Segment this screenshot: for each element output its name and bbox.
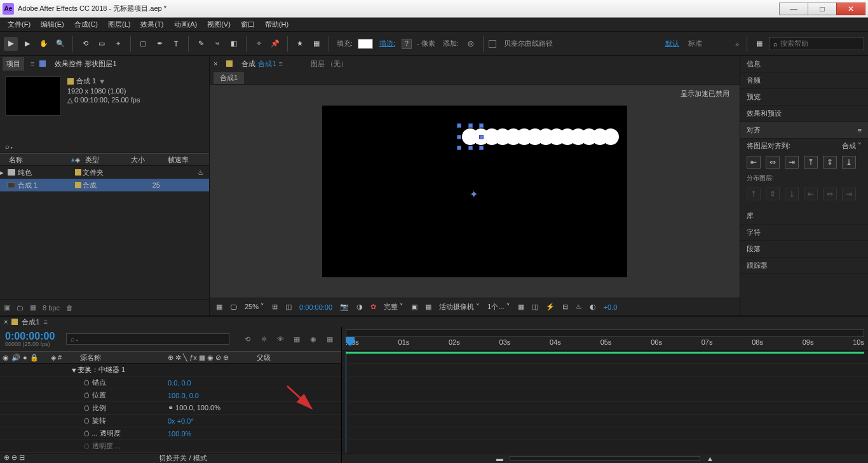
parent-header[interactable]: 父级: [254, 353, 305, 363]
comp-subtab[interactable]: 合成1: [214, 72, 244, 84]
camera-tool-icon[interactable]: ▭: [95, 37, 109, 51]
roto-tool-icon[interactable]: ✧: [252, 37, 266, 51]
tab-project[interactable]: 项目: [3, 57, 24, 71]
home-tool-icon[interactable]: ⯈: [4, 37, 18, 51]
snapshot-icon[interactable]: 📷: [340, 303, 349, 311]
pixel-aspect-icon[interactable]: ◫: [532, 303, 538, 311]
menu-view[interactable]: 视图(V): [202, 20, 236, 29]
text-tool-icon[interactable]: T: [169, 37, 183, 51]
menu-composition[interactable]: 合成(C): [69, 20, 103, 29]
align-left-icon[interactable]: ⇤: [747, 156, 761, 169]
interpret-icon[interactable]: ▣: [4, 303, 10, 312]
menu-edit[interactable]: 编辑(E): [36, 20, 69, 29]
tab-menu-icon[interactable]: ≡: [31, 60, 34, 67]
switches-header[interactable]: ⊕ ✲ ╲ ƒx ▦ ◉ ⊘ ⊕: [168, 354, 229, 361]
resolution-dropdown[interactable]: 完整 ˅: [384, 302, 403, 312]
graph-editor-icon[interactable]: ▦: [323, 333, 336, 345]
menu-help[interactable]: 帮助(H): [260, 20, 294, 29]
shape-tool-icon[interactable]: ▢: [136, 37, 150, 51]
pan-behind-tool-icon[interactable]: ⌖: [111, 37, 125, 51]
anchor-value[interactable]: 0.0, 0.0: [165, 379, 254, 387]
scale-value[interactable]: ⚭ 100.0, 100.0%: [165, 404, 254, 412]
menu-window[interactable]: 窗口: [236, 20, 260, 29]
stopwatch-icon[interactable]: Ö: [84, 392, 90, 399]
zoom-out-icon[interactable]: ▬: [496, 455, 503, 462]
workspace-more-icon[interactable]: »: [733, 40, 742, 48]
toggle-shy-icon[interactable]: ⊕ ⊖ ⊟: [0, 453, 25, 462]
panel-align[interactable]: 对齐≡: [740, 122, 868, 139]
fill-swatch[interactable]: [358, 39, 373, 49]
source-name-header[interactable]: 源名称: [78, 353, 165, 363]
stopwatch-icon[interactable]: Ö: [84, 379, 90, 387]
close-button[interactable]: ✕: [836, 3, 865, 15]
display-icon[interactable]: 🖵: [230, 303, 237, 311]
eraser-tool-icon[interactable]: ◧: [227, 37, 241, 51]
motion-blur-icon[interactable]: ◉: [307, 333, 320, 345]
bpc-label[interactable]: 8 bpc: [43, 304, 60, 312]
menu-animation[interactable]: 动画(A): [169, 20, 203, 29]
header-fps[interactable]: 帧速率: [165, 155, 200, 165]
comp-tab-name[interactable]: 合成1: [258, 59, 276, 69]
opacity-value[interactable]: 100.0%: [165, 430, 254, 438]
label-chip[interactable]: [75, 182, 81, 188]
panel-effects-presets[interactable]: 效果和预设: [740, 106, 868, 122]
lock-col-icon[interactable]: 🔒: [30, 354, 39, 362]
property-row-position[interactable]: Ö位置 100.0, 0.0: [0, 389, 341, 402]
grid-icon[interactable]: ▦: [309, 37, 323, 51]
fast-preview-icon[interactable]: ⚡: [546, 303, 555, 311]
pen-tool-icon[interactable]: ✒: [153, 37, 166, 51]
zoom-tool-icon[interactable]: 🔍: [53, 37, 67, 51]
res-icon[interactable]: ⊞: [272, 303, 278, 311]
time-ruler[interactable]: :00s01s02s 03s04s05s 06s07s08s 09s10s: [342, 327, 868, 351]
project-search-input[interactable]: [17, 142, 204, 150]
tab-effect-controls[interactable]: 效果控件 形状图层1: [51, 57, 120, 71]
view-layout-icon[interactable]: ▦: [518, 303, 524, 311]
align-right-icon[interactable]: ⇥: [785, 156, 799, 169]
position-value[interactable]: 100.0, 0.0: [165, 392, 254, 399]
header-type[interactable]: 类型: [83, 155, 128, 165]
transparency-icon[interactable]: ▦: [425, 303, 431, 311]
brush-tool-icon[interactable]: ✎: [194, 37, 208, 51]
property-row-rotation[interactable]: Ö旋转 0x +0.0°: [0, 415, 341, 427]
property-row-start-opacity[interactable]: Ö... 透明度 100.0%: [0, 427, 341, 440]
close-tab-icon[interactable]: ×: [214, 60, 217, 67]
minimize-button[interactable]: —: [779, 3, 808, 15]
stopwatch-icon[interactable]: Ö: [84, 443, 90, 450]
help-search[interactable]: ⌕ 搜索帮助: [769, 37, 864, 50]
panel-audio[interactable]: 音频: [740, 73, 868, 89]
stopwatch-icon[interactable]: Ö: [84, 417, 90, 425]
timeline-tab[interactable]: 合成1: [22, 317, 39, 327]
panel-preview[interactable]: 预览: [740, 89, 868, 106]
stroke-label[interactable]: 描边:: [379, 39, 395, 48]
maximize-button[interactable]: □: [808, 3, 837, 15]
stopwatch-icon[interactable]: Ö: [84, 430, 90, 438]
new-folder-icon[interactable]: 🗀: [17, 304, 24, 312]
flowchart-icon[interactable]: ♨: [576, 303, 582, 311]
layer-bar[interactable]: [346, 352, 864, 354]
audio-col-icon[interactable]: 🔊: [11, 354, 20, 362]
panel-info[interactable]: 信息: [740, 56, 868, 73]
star-icon[interactable]: ★: [293, 37, 307, 51]
flowchart-icon[interactable]: ♨: [198, 169, 204, 176]
comp-thumbnail[interactable]: [5, 76, 61, 116]
toggle-switches-button[interactable]: 切换开关 / 模式: [159, 454, 207, 462]
viewport[interactable]: 显示加速已禁用 ✦: [210, 85, 740, 298]
close-tab-icon[interactable]: ×: [4, 318, 8, 326]
tab-menu-icon[interactable]: ≡: [279, 60, 283, 67]
align-top-icon[interactable]: ⤒: [804, 156, 818, 169]
selection-tool-icon[interactable]: ▶: [20, 37, 34, 51]
comp-mini-icon[interactable]: ⟲: [241, 333, 254, 345]
project-row[interactable]: ▸ 纯色 文件夹 ♨: [0, 166, 209, 179]
label-col-icon[interactable]: ◈: [51, 354, 56, 361]
align-target-dropdown[interactable]: 合成 ˅: [842, 141, 862, 151]
timeline-icon[interactable]: ⊟: [562, 303, 568, 311]
workspace-default[interactable]: 默认: [665, 39, 679, 48]
draft3d-icon[interactable]: ✲: [257, 333, 270, 345]
panel-paragraph[interactable]: 段落: [740, 241, 868, 258]
align-vcenter-icon[interactable]: ⇕: [823, 156, 837, 169]
align-hcenter-icon[interactable]: ⇔: [766, 156, 780, 169]
hand-tool-icon[interactable]: ✋: [37, 37, 51, 51]
frame-blend-icon[interactable]: ▦: [290, 333, 303, 345]
orbit-tool-icon[interactable]: ⟲: [78, 37, 92, 51]
align-bottom-icon[interactable]: ⤓: [842, 156, 856, 169]
